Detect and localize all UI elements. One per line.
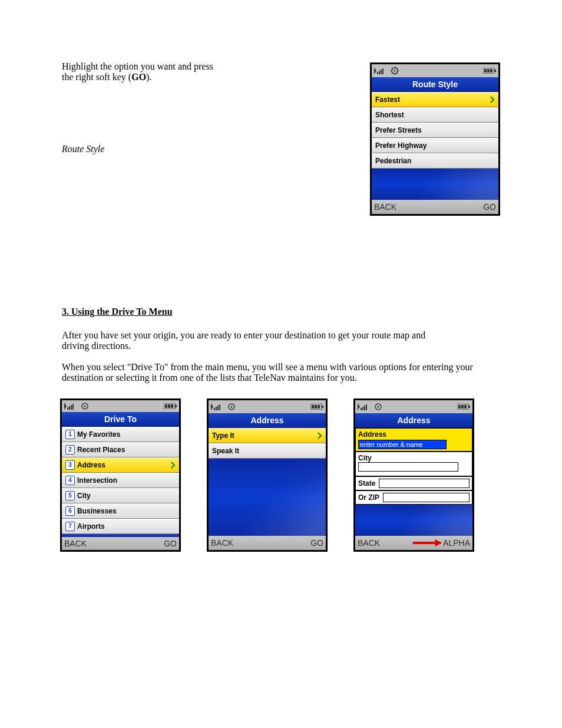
drive-item-favorites[interactable]: 1My Favorites: [62, 427, 179, 442]
globe-background: [355, 505, 472, 536]
svg-point-24: [84, 405, 86, 407]
svg-rect-48: [468, 406, 470, 408]
svg-point-35: [231, 406, 233, 408]
drive-item-label: Address: [77, 461, 105, 469]
drive-item-businesses[interactable]: 6Businesses: [62, 503, 179, 519]
svg-rect-49: [458, 405, 461, 409]
drive-item-label: Recent Places: [77, 446, 125, 454]
city-label: City: [358, 454, 470, 462]
route-option-prefer-highway[interactable]: Prefer Highway: [372, 138, 498, 153]
state-field-group: State: [355, 476, 472, 490]
softkey-back[interactable]: BACK: [374, 202, 396, 212]
svg-rect-44: [366, 404, 367, 410]
address-input-text: enter number & name: [360, 441, 422, 448]
svg-point-46: [378, 406, 379, 408]
body-p2b: ).: [146, 72, 151, 82]
battery-icon: [457, 404, 470, 410]
route-option-label: Shortest: [375, 111, 404, 119]
softkey-back[interactable]: BACK: [358, 538, 380, 548]
battery-icon: [310, 404, 323, 410]
statusbar: [372, 64, 498, 77]
battery-icon: [164, 403, 177, 409]
drive-item-city[interactable]: 5City: [62, 488, 179, 503]
svg-rect-33: [219, 404, 220, 410]
state-input[interactable]: [379, 479, 470, 488]
drive-item-intersection[interactable]: 4Intersection: [62, 473, 179, 488]
signal-icon: [358, 403, 371, 410]
address-speak-it[interactable]: Speak It: [209, 443, 326, 459]
softkey-back[interactable]: BACK: [64, 539, 87, 548]
svg-rect-22: [72, 404, 74, 410]
svg-rect-41: [361, 408, 362, 410]
softkey-go[interactable]: GO: [483, 202, 496, 212]
svg-rect-17: [487, 69, 490, 73]
svg-rect-0: [377, 72, 378, 74]
drive-item-label: Businesses: [77, 507, 117, 515]
svg-rect-28: [168, 404, 170, 408]
svg-rect-1: [379, 71, 380, 74]
key-badge: 5: [65, 491, 75, 500]
gear-icon: [227, 403, 236, 411]
title-address: Address: [209, 413, 326, 428]
phone-drive-to: Drive To 1My Favorites 2Recent Places 3A…: [60, 398, 181, 552]
title-address-form: Address: [355, 413, 472, 428]
city-input[interactable]: [358, 462, 458, 472]
drive-item-airports[interactable]: 7Airports: [62, 519, 179, 534]
svg-rect-19: [67, 407, 68, 410]
route-option-shortest[interactable]: Shortest: [372, 107, 498, 123]
svg-rect-2: [381, 70, 382, 74]
svg-rect-37: [322, 406, 323, 408]
svg-rect-39: [315, 405, 317, 409]
zip-field-group: Or ZIP: [355, 490, 472, 505]
phone-address-menu: Address Type It Speak It BACK GO: [207, 398, 328, 552]
section-p2b: you will see a menu with various options…: [252, 362, 456, 372]
signal-icon: [64, 403, 77, 410]
address-type-it[interactable]: Type It: [209, 428, 326, 443]
softkey-go-text: GO: [131, 72, 146, 82]
drive-item-label: City: [77, 492, 91, 500]
drive-item-label: Airports: [77, 522, 105, 531]
svg-marker-53: [435, 539, 442, 546]
softkey-back[interactable]: BACK: [211, 538, 233, 548]
softkey-go[interactable]: GO: [164, 539, 177, 548]
address-label: Address: [358, 430, 470, 439]
svg-rect-38: [312, 405, 314, 409]
key-badge: 4: [65, 476, 75, 485]
svg-rect-50: [461, 405, 464, 409]
svg-rect-16: [484, 69, 487, 73]
address-field-group: Address enter number & name: [355, 428, 472, 452]
chevron-right-icon: [171, 462, 176, 469]
key-badge: 2: [65, 445, 75, 454]
statusbar: [62, 400, 179, 412]
softkey-alpha[interactable]: ALPHA: [443, 538, 470, 548]
drive-item-address[interactable]: 3Address: [62, 457, 179, 473]
svg-rect-21: [71, 405, 72, 410]
svg-point-5: [394, 70, 396, 72]
route-option-label: Prefer Highway: [375, 141, 427, 150]
zip-input[interactable]: [383, 493, 470, 502]
zip-label: Or ZIP: [358, 493, 379, 502]
route-option-prefer-streets[interactable]: Prefer Streets: [372, 123, 498, 138]
heading-route-style: Route Style: [62, 144, 333, 154]
svg-rect-29: [171, 404, 173, 408]
svg-rect-32: [217, 406, 219, 410]
phone-route-style: Route Style Fastest Shortest Prefer Stre…: [370, 62, 500, 216]
drive-item-recent[interactable]: 2Recent Places: [62, 442, 179, 457]
route-option-fastest[interactable]: Fastest: [372, 92, 498, 107]
svg-rect-42: [362, 407, 363, 410]
section-heading: 3. Using the Drive To Menu: [62, 307, 173, 317]
signal-icon: [211, 403, 224, 410]
route-option-pedestrian[interactable]: Pedestrian: [372, 153, 498, 169]
section-p1b: driving directions.: [62, 341, 131, 351]
address-input[interactable]: enter number & name: [358, 440, 447, 449]
address-menu-label: Type It: [212, 431, 234, 440]
battery-icon: [483, 68, 496, 74]
gear-icon: [391, 67, 399, 75]
body-p1: Highlight the option you want and press: [62, 61, 213, 71]
softkey-go[interactable]: GO: [310, 538, 323, 548]
section-p2d: TeleNav maintains for you.: [254, 373, 357, 383]
svg-rect-27: [165, 404, 167, 408]
key-badge: 7: [65, 522, 75, 531]
svg-rect-43: [364, 406, 365, 410]
red-arrow-icon: [412, 539, 442, 547]
